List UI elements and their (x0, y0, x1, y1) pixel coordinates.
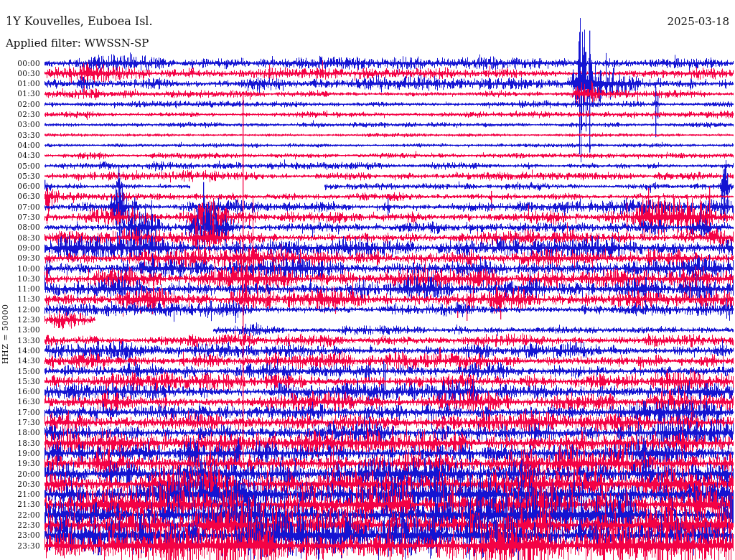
time-label-10:00: 10:00 (0, 265, 40, 273)
time-label-22:00: 22:00 (0, 511, 40, 519)
time-label-04:30: 04:30 (0, 151, 40, 159)
time-label-02:30: 02:30 (0, 111, 40, 118)
time-label-17:30: 17:30 (0, 419, 40, 426)
time-label-09:00: 09:00 (0, 244, 40, 252)
time-label-17:00: 17:00 (0, 409, 40, 416)
time-label-15:00: 15:00 (0, 368, 40, 375)
time-label-03:00: 03:00 (0, 121, 40, 129)
time-label-19:00: 19:00 (0, 449, 40, 457)
time-label-08:00: 08:00 (0, 223, 40, 231)
time-label-22:30: 22:30 (0, 521, 40, 529)
time-label-04:00: 04:00 (0, 141, 40, 149)
time-label-00:30: 00:30 (0, 70, 40, 78)
time-label-06:00: 06:00 (0, 182, 40, 190)
time-label-18:30: 18:30 (0, 439, 40, 447)
time-label-23:00: 23:00 (0, 531, 40, 539)
date-label: 2025-03-18 (668, 15, 729, 28)
station-title: 1Y Kouvelles, Euboea Isl. (6, 14, 153, 28)
time-label-01:30: 01:30 (0, 90, 40, 98)
time-label-16:30: 16:30 (0, 398, 40, 406)
time-label-18:00: 18:00 (0, 429, 40, 437)
time-label-23:30: 23:30 (0, 542, 40, 550)
time-label-06:30: 06:30 (0, 192, 40, 200)
time-label-20:30: 20:30 (0, 480, 40, 488)
time-label-13:00: 13:00 (0, 326, 40, 334)
time-label-14:30: 14:30 (0, 357, 40, 365)
seismogram-canvas (0, 0, 735, 560)
time-label-21:00: 21:00 (0, 490, 40, 498)
time-label-14:00: 14:00 (0, 347, 40, 355)
time-label-08:30: 08:30 (0, 234, 40, 242)
time-label-05:00: 05:00 (0, 162, 40, 170)
time-label-07:00: 07:00 (0, 203, 40, 211)
time-label-16:00: 16:00 (0, 388, 40, 396)
time-label-02:00: 02:00 (0, 101, 40, 108)
time-label-03:30: 03:30 (0, 131, 40, 139)
time-label-13:30: 13:30 (0, 337, 40, 345)
time-label-11:30: 11:30 (0, 295, 40, 303)
time-label-12:30: 12:30 (0, 316, 40, 324)
time-label-12:00: 12:00 (0, 306, 40, 314)
time-label-15:30: 15:30 (0, 378, 40, 386)
time-label-00:00: 00:00 (0, 60, 40, 67)
time-label-11:00: 11:00 (0, 285, 40, 293)
applied-filter-label: Applied filter: WWSSN-SP (6, 37, 149, 50)
time-label-05:30: 05:30 (0, 172, 40, 180)
time-label-19:30: 19:30 (0, 459, 40, 467)
time-label-01:00: 01:00 (0, 80, 40, 88)
time-label-10:30: 10:30 (0, 275, 40, 283)
time-label-09:30: 09:30 (0, 254, 40, 262)
time-label-20:00: 20:00 (0, 470, 40, 478)
time-label-07:30: 07:30 (0, 213, 40, 221)
time-label-21:30: 21:30 (0, 500, 40, 508)
